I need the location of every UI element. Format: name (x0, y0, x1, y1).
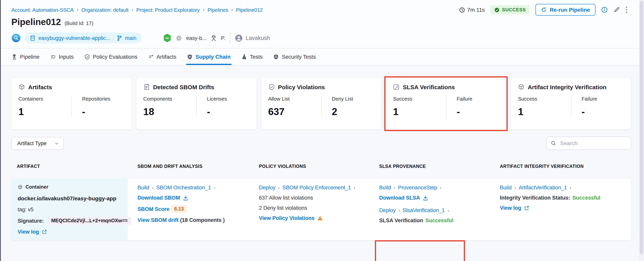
git-branch-icon (117, 35, 122, 41)
tab-supply-chain[interactable]: Supply Chain (187, 48, 230, 65)
view-log-link[interactable]: View log (18, 229, 47, 235)
slsa-provenance-cell: Build › ProvenanceStep › Download SLSA D… (370, 179, 490, 240)
artifact-image-name: docker.io/lavakush07/easy-buggy-app (18, 195, 122, 202)
artifact-tag: tag: v5 (18, 207, 122, 213)
slsa-verification-step-link[interactable]: SlsaVerification_1 (403, 207, 445, 213)
policy-stage-link[interactable]: Deploy (259, 185, 276, 191)
tab-inputs[interactable]: Inputs (50, 48, 74, 65)
tab-security-tests[interactable]: Security Tests (273, 48, 316, 65)
sbom-cell: Build › SBOM Orchestration_1 › Download … (128, 179, 249, 240)
external-link-icon (42, 229, 47, 234)
ci-hexagon-icon: ∞ (163, 33, 172, 43)
stat-deny-list: Deny List 2 (321, 96, 374, 117)
sbom-score-badge: 6.13 (171, 205, 187, 213)
search-input[interactable] (560, 140, 627, 147)
stat-allow-list: Allow List 637 (268, 96, 321, 117)
sbom-step-link[interactable]: SBOM Orchestration_1 (156, 185, 211, 191)
trigger-name: easy-b... (186, 35, 207, 41)
rerun-pipeline-button[interactable]: Re-run Pipeline (536, 4, 596, 16)
scrollbar-thumb[interactable] (640, 1, 643, 254)
page: Account: Automation-SSCA › Organization:… (0, 0, 644, 261)
slsa-verification-status: SLSA Verification Successful (379, 218, 485, 224)
tab-artifacts[interactable]: Artifacts (148, 48, 176, 65)
download-slsa-link[interactable]: Download SLSA (379, 195, 428, 201)
download-sbom-link[interactable]: Download SBOM (138, 195, 188, 201)
allow-list-violations: 637 Allow list violations (259, 195, 365, 201)
status-text: SUCCESS (502, 7, 526, 12)
chevron-right-icon: › (214, 185, 215, 190)
user-name: Lavakush (246, 35, 270, 41)
status-badge: SUCCESS (491, 5, 530, 14)
slsa-icon (393, 84, 400, 90)
stat-integrity-failure: Failure - (571, 96, 624, 117)
view-policy-violations-link[interactable]: View Policy Violations (259, 215, 323, 221)
chevron-right-icon: › (440, 185, 442, 190)
integrity-status-value: Successful (572, 195, 600, 201)
breadcrumb-organization[interactable]: Organization: default (82, 7, 128, 13)
card-artifact-integrity: Artifact Integrity Verification Success … (511, 78, 631, 130)
stat-slsa-success: Success 1 (393, 96, 446, 117)
chevron-right-icon: › (77, 7, 78, 12)
security-shield-search-icon (273, 54, 279, 60)
chevron-right-icon: › (394, 185, 395, 190)
breadcrumb-project[interactable]: Project: Product Exploratory (136, 7, 200, 13)
view-sbom-drift-link[interactable]: View SBOM drift (138, 217, 179, 223)
signature-label: Signature: (18, 218, 44, 224)
container-cube-icon (18, 185, 23, 190)
view-log-link[interactable]: View log (500, 205, 529, 211)
integrity-cell: Build › ArtifactVerification_1 › Integri… (490, 179, 631, 240)
gear-icon (176, 35, 182, 41)
sbom-stage-link[interactable]: Build (138, 185, 149, 191)
clock-icon (459, 7, 465, 13)
page-title: Pipeline012 (11, 17, 61, 27)
pipeline-icon (11, 54, 17, 60)
signature-value[interactable]: MEQCICde2Vjl...L+2+mqnOXw== (48, 217, 131, 225)
search-icon (551, 140, 556, 146)
column-header-policy-violations: POLICY VIOLATIONS (249, 164, 370, 169)
breadcrumb-pipelines[interactable]: Pipelines (208, 7, 228, 13)
sbom-score-link[interactable]: SBOM Score (138, 206, 170, 212)
artifact-type-label: Container (26, 184, 48, 190)
sbom-document-icon (143, 84, 150, 90)
repo-branch-pill[interactable]: easybuggy-vulnerable-applic... main (25, 32, 142, 43)
info-button[interactable] (601, 7, 608, 13)
more-options-button[interactable] (626, 6, 628, 13)
table-header: ARTIFACT SBOM AND DRIFT ANALYSIS POLICY … (11, 164, 631, 169)
tab-policy-evaluations[interactable]: Policy Evaluations (84, 48, 137, 65)
table-row: Container docker.io/lavakush07/easy-bugg… (11, 179, 631, 240)
flask-icon (241, 54, 247, 60)
list-plus-icon (148, 54, 154, 60)
breadcrumb-current[interactable]: Pipeline012 (236, 7, 263, 13)
artifact-verification-step-link[interactable]: ArtifactVerification_1 (519, 185, 567, 191)
card-artifacts: Artifacts Containers 1 Repositories - (11, 78, 132, 130)
branch-name: main (125, 35, 136, 41)
chevron-right-icon: › (152, 185, 154, 190)
policy-step-link[interactable]: SBOM Policy Enforcement_1 (282, 185, 351, 191)
shield-check-icon (84, 54, 90, 60)
tab-pipeline[interactable]: Pipeline (11, 48, 40, 65)
integrity-verification-status: Integrity Verification Status: Successfu… (500, 195, 626, 201)
duration: 7m 11s (459, 7, 485, 13)
tab-bar: Pipeline Inputs Policy Evaluations Artif… (0, 48, 644, 65)
build-id: (Build Id: 17) (64, 20, 93, 26)
tab-tests[interactable]: Tests (241, 48, 262, 65)
stat-containers: Containers 1 (18, 96, 72, 117)
supply-chain-shield-icon (187, 54, 193, 60)
integrity-stage-link[interactable]: Build (500, 185, 512, 191)
download-icon (183, 195, 188, 201)
slsa-deploy-stage-link[interactable]: Deploy (379, 207, 396, 213)
artifact-type-select[interactable]: Artifact Type (11, 137, 64, 150)
inputs-icon (50, 54, 56, 60)
vertical-scrollbar[interactable] (639, 0, 644, 261)
cube-icon (518, 84, 524, 90)
user-info: Lavakush (235, 34, 270, 42)
download-icon (423, 195, 428, 201)
supply-chain-content: Artifacts Containers 1 Repositories - (0, 78, 644, 240)
search-box[interactable] (546, 137, 631, 150)
chevron-right-icon: › (354, 185, 355, 190)
provenance-step-link[interactable]: ProvenanceStep (398, 185, 437, 191)
slsa-build-stage-link[interactable]: Build (379, 185, 391, 191)
breadcrumb-account[interactable]: Account: Automation-SSCA (11, 7, 74, 13)
edit-button[interactable] (614, 7, 620, 13)
stat-repositories: Repositories - (72, 96, 124, 117)
